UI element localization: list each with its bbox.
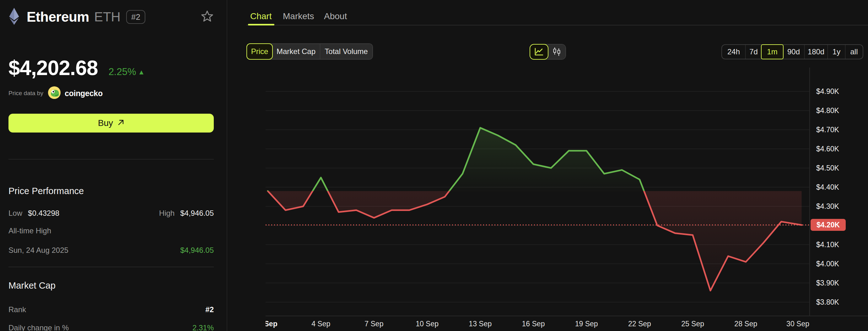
current-price: $4,202.68 <box>8 56 98 80</box>
metric-toggle-price[interactable]: Price <box>247 44 272 59</box>
y-tick-$4.60K: $4.60K <box>816 145 839 153</box>
daily-change-row: Daily change in % 2.31% <box>8 324 214 331</box>
ath-row: Sun, 24 Aug 2025 $4,946.05 <box>8 246 214 255</box>
y-tick-$4.10K: $4.10K <box>816 241 839 249</box>
divider <box>8 267 214 267</box>
data-attribution: Price data by coingecko <box>8 87 214 100</box>
x-axis-line <box>266 315 868 316</box>
y-axis-line <box>809 67 810 316</box>
coin-header: Ethereum ETH #2 <box>8 8 214 26</box>
range-button-90d[interactable]: 90d <box>783 45 804 59</box>
y-tick-$4.00K: $4.00K <box>816 260 839 268</box>
divider <box>8 159 214 159</box>
favorite-star-icon[interactable] <box>200 10 214 24</box>
ath-date: Sun, 24 Aug 2025 <box>8 246 68 255</box>
high-value: $4,946.05 <box>180 209 214 218</box>
metric-toggle-group: PriceMarket CapTotal Volume <box>246 43 373 60</box>
low-value: $0.43298 <box>28 209 59 218</box>
tab-about[interactable]: About <box>324 11 347 21</box>
x-tick-4-Sep: 4 Sep <box>311 320 330 328</box>
x-tick-19-Sep: 19 Sep <box>575 320 598 328</box>
x-tick-22-Sep: 22 Sep <box>628 320 651 328</box>
rank-chip: #2 <box>126 10 145 24</box>
price-chart[interactable] <box>266 67 809 315</box>
daily-change-value: 2.31% <box>192 324 214 331</box>
x-tick-10-Sep: 10 Sep <box>415 320 439 328</box>
high-label: High <box>159 209 175 218</box>
triangle-up-icon: ▲ <box>138 68 145 76</box>
y-tick-$3.90K: $3.90K <box>816 279 839 287</box>
x-tick-28-Sep: 28 Sep <box>734 320 757 328</box>
rank-row: Rank #2 <box>8 305 214 314</box>
ath-value: $4,946.05 <box>180 246 214 255</box>
sidebar: Ethereum ETH #2 $4,202.68 2.25%▲ Price d… <box>0 0 227 331</box>
y-axis-labels: $4.90K$4.80K$4.70K$4.60K$4.50K$4.40K$4.3… <box>816 0 866 331</box>
x-tick-30-Sep: 30 Sep <box>786 320 809 328</box>
tab-markets[interactable]: Markets <box>283 11 314 21</box>
line-chart-icon[interactable] <box>530 44 548 59</box>
x-tick-7-Sep: 7 Sep <box>365 320 383 328</box>
daily-change-label: Daily change in % <box>8 324 69 331</box>
price-performance-heading: Price Performance <box>8 186 214 196</box>
x-tick-16-Sep: 16 Sep <box>522 320 545 328</box>
metric-toggle-market-cap[interactable]: Market Cap <box>272 44 320 59</box>
market-cap-heading: Market Cap <box>8 280 214 291</box>
range-button-1m[interactable]: 1m <box>762 45 783 59</box>
y-tick-$4.50K: $4.50K <box>816 164 839 172</box>
ethereum-price-page: Ethereum ETH #2 $4,202.68 2.25%▲ Price d… <box>0 0 868 331</box>
buy-button[interactable]: Buy <box>8 114 214 132</box>
y-tick-$4.30K: $4.30K <box>816 202 839 211</box>
coin-name: Ethereum <box>27 9 89 25</box>
y-tick-$3.80K: $3.80K <box>816 298 839 306</box>
tabs-divider <box>246 25 868 25</box>
attribution-label: Price data by <box>8 90 43 97</box>
current-price-badge: $4.20K <box>811 219 846 231</box>
range-button-24h[interactable]: 24h <box>722 45 745 59</box>
y-tick-$4.40K: $4.40K <box>816 183 839 191</box>
x-tick-1-Sep: 1 Sep <box>266 320 278 328</box>
ethereum-logo-icon <box>8 7 20 26</box>
range-button-7d[interactable]: 7d <box>745 45 762 59</box>
ath-label: All-time High <box>8 227 214 235</box>
x-axis-labels: 1 Sep4 Sep7 Sep10 Sep13 Sep16 Sep19 Sep2… <box>266 320 809 329</box>
tab-chart[interactable]: Chart <box>250 11 272 21</box>
low-high-row: Low $0.43298 High $4,946.05 <box>8 209 214 218</box>
coingecko-icon <box>48 86 61 100</box>
price-change: 2.25%▲ <box>108 66 145 78</box>
main-panel: Chart Markets About PriceMarket CapTotal… <box>227 0 868 331</box>
x-tick-25-Sep: 25 Sep <box>681 320 704 328</box>
rank-label: Rank <box>8 305 26 314</box>
coingecko-brand[interactable]: coingecko <box>65 89 103 98</box>
candlestick-icon[interactable] <box>548 44 565 59</box>
y-tick-$4.70K: $4.70K <box>816 126 839 134</box>
x-tick-13-Sep: 13 Sep <box>469 320 492 328</box>
active-tab-underline <box>248 24 274 25</box>
y-tick-$4.80K: $4.80K <box>816 107 839 115</box>
low-label: Low <box>8 209 22 218</box>
rank-value: #2 <box>205 305 214 314</box>
arrow-up-right-icon <box>117 118 124 128</box>
chart-pane[interactable]: 1 Sep4 Sep7 Sep10 Sep13 Sep16 Sep19 Sep2… <box>266 67 809 331</box>
price-row: $4,202.68 2.25%▲ <box>8 56 214 80</box>
metric-toggle-total-volume[interactable]: Total Volume <box>320 44 372 59</box>
chart-style-toggle <box>530 44 566 60</box>
coin-symbol: ETH <box>94 9 121 25</box>
y-tick-$4.90K: $4.90K <box>816 87 839 96</box>
